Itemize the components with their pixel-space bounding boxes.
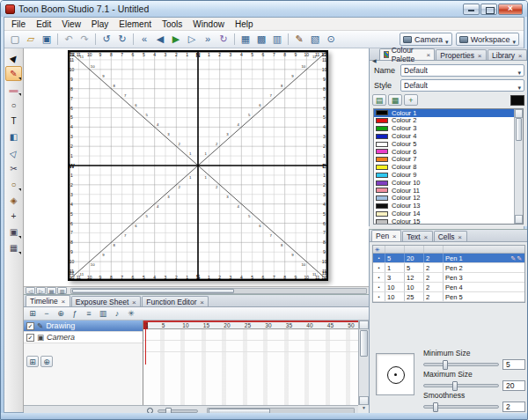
colour-row[interactable]: Colour 14 [374, 210, 514, 217]
close-tab-icon[interactable] [427, 50, 431, 59]
palette-list-view-button[interactable]: ▤ [372, 94, 386, 106]
colour-row[interactable]: Colour 9 [374, 171, 514, 179]
previous-frame-button[interactable]: ◀ [152, 32, 168, 47]
show-functions-button[interactable]: ƒ [69, 308, 81, 320]
track-visibility-checkbox[interactable]: ✓ [26, 322, 34, 330]
save-button[interactable]: ▣ [39, 32, 55, 47]
close-button[interactable] [498, 4, 523, 15]
zoom-tool[interactable]: ○ [5, 98, 22, 113]
add-element-button[interactable]: ⊞ [26, 308, 39, 320]
tab-library[interactable]: Library [488, 49, 527, 60]
tab-pen[interactable]: Pen [371, 230, 401, 241]
select-tool[interactable]: ▶ [5, 50, 22, 65]
new-button[interactable]: ▢ [7, 32, 23, 47]
sceneplanning-mode-button[interactable]: ▧ [307, 32, 323, 47]
menu-element[interactable]: Element [114, 18, 157, 30]
scene-select-tool[interactable]: ▷ [5, 145, 22, 160]
close-tab-icon[interactable] [61, 297, 66, 306]
scroll-down-icon[interactable] [359, 396, 369, 405]
tab-exposure-sheet[interactable]: Exposure Sheet [71, 296, 141, 306]
sound-toggle-button[interactable]: ♪ [111, 308, 123, 320]
light-table-button[interactable]: ▥ [57, 287, 67, 294]
last-frame-button[interactable]: » [200, 32, 216, 47]
track-row-camera[interactable]: ✓▣Camera [24, 332, 143, 343]
snap-grid-button[interactable]: ▩ [253, 32, 269, 47]
frame-row-camera[interactable] [143, 341, 358, 352]
timeline-vertical-scrollbar[interactable] [358, 321, 369, 405]
current-colour-swatch[interactable] [510, 95, 524, 106]
add-peg-element-button[interactable]: ⊕ [40, 356, 53, 367]
scroll-up-icon[interactable] [359, 321, 369, 329]
track-row-drawing[interactable]: ✓✎Drawing [24, 321, 143, 332]
tab-cells[interactable]: Cells [434, 231, 467, 241]
rotate-ccw-button[interactable]: ↺ [99, 32, 114, 47]
smoothness-slider[interactable] [423, 405, 499, 409]
camera-tool[interactable]: ▣ [5, 225, 22, 239]
pen-row[interactable]: •10102Pen 4 [373, 283, 524, 292]
new-colour-button[interactable]: + [404, 94, 418, 106]
close-tab-icon[interactable] [199, 298, 204, 306]
collapse-panel-button[interactable] [371, 50, 378, 59]
draw-mode-button[interactable]: ✎ [291, 32, 307, 47]
previous-drawing-button[interactable]: ◁ [26, 287, 35, 294]
scroll-up-icon[interactable] [515, 109, 523, 118]
maximize-button[interactable] [480, 4, 497, 15]
brush-tool[interactable]: ✎ [5, 66, 22, 81]
close-tab-icon[interactable] [517, 51, 523, 60]
colour-row[interactable]: Colour 5 [374, 140, 514, 148]
slider-thumb[interactable] [452, 381, 458, 391]
undo-button[interactable]: ↶ [61, 32, 77, 47]
colour-row[interactable]: Colour 10 [374, 179, 514, 187]
loop-button[interactable]: ↻ [216, 32, 231, 47]
filter-tracks-button[interactable]: ≡ [83, 308, 95, 320]
minimum-size-value[interactable]: 5 [502, 359, 525, 370]
paint-tool[interactable]: ◧ [5, 129, 22, 144]
menu-help[interactable]: Help [230, 18, 259, 30]
colour-list-scrollbar[interactable] [514, 109, 523, 224]
canvas-horizontal-scrollbar[interactable] [70, 288, 367, 294]
workspace-combo[interactable]: Workspace [456, 33, 519, 46]
rotate-cw-button[interactable]: ↻ [114, 32, 130, 47]
colour-row[interactable]: Colour 4 [374, 132, 514, 140]
show-grid-button[interactable]: ▦ [238, 32, 253, 47]
close-tab-icon[interactable] [423, 232, 429, 241]
palette-style-combo[interactable]: Default [400, 79, 524, 92]
pen-row[interactable]: •3122Pen 3 [373, 273, 524, 283]
scrollbar-thumb[interactable] [72, 289, 234, 293]
rotate-tool[interactable]: ○ [5, 177, 22, 192]
scroll-down-icon[interactable] [515, 215, 523, 224]
menu-play[interactable]: Play [86, 18, 114, 30]
play-button[interactable]: ▶ [168, 32, 184, 47]
close-tab-icon[interactable] [477, 51, 482, 60]
delete-element-button[interactable]: − [40, 308, 53, 320]
reset-view-button[interactable]: ⊙ [323, 32, 339, 47]
palette-swatch-view-button[interactable]: ▦ [388, 94, 402, 106]
tab-text[interactable]: Text [402, 231, 433, 241]
next-drawing-button[interactable]: ▷ [36, 287, 46, 294]
cutter-tool[interactable]: ✂ [5, 161, 22, 176]
grid-tool[interactable]: ▦ [5, 240, 22, 255]
tab-colour-palette[interactable]: Colour Palette [379, 48, 436, 60]
colour-row[interactable]: Colour 15 [374, 217, 514, 225]
titlebar[interactable]: Toon Boom Studio 7.1 - Untitled [1, 1, 527, 17]
open-button[interactable]: ▱ [23, 32, 39, 47]
menu-window[interactable]: Window [187, 18, 230, 30]
onion-skin-toggle-button[interactable]: ▥ [97, 308, 109, 320]
timeline-frames[interactable] [143, 329, 358, 405]
next-frame-button[interactable]: ▷ [184, 32, 200, 47]
motion-tool[interactable]: + [5, 209, 22, 224]
pen-row[interactable]: •10252Pen 5 [373, 292, 524, 302]
maximum-size-slider[interactable] [423, 384, 499, 387]
text-tool[interactable]: T [5, 114, 22, 129]
menu-tools[interactable]: Tools [157, 18, 187, 30]
timeline-zoom-slider[interactable] [158, 409, 198, 413]
redo-button[interactable]: ↷ [77, 32, 92, 47]
first-frame-button[interactable]: « [136, 32, 152, 47]
slider-thumb[interactable] [433, 402, 438, 412]
drawing-canvas[interactable]: 1111111111112222222222223333333333334444… [24, 48, 369, 286]
camera-combo[interactable]: Camera [400, 33, 452, 46]
flip-drawings-button[interactable]: ▤ [47, 287, 56, 294]
tab-properties[interactable]: Properties [436, 49, 487, 60]
smoothness-value[interactable]: 2 [502, 402, 525, 412]
frame-row-drawing[interactable] [143, 329, 358, 341]
